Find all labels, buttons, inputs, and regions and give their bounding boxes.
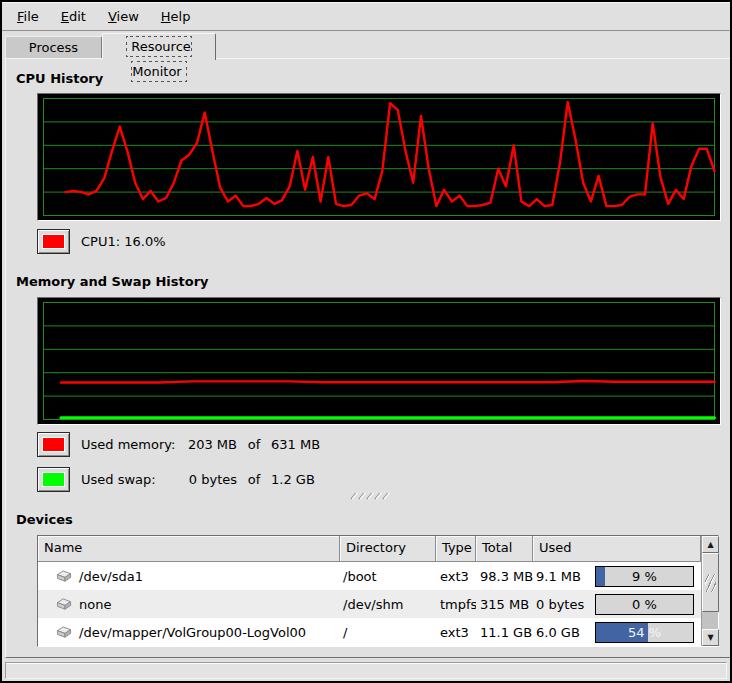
menu-help[interactable]: Help [150, 4, 202, 29]
cpu1-legend-label: CPU1: 16.0% [81, 234, 166, 250]
scrollbar-thumb[interactable] [702, 553, 719, 612]
used-memory-label: Used memory: [81, 437, 177, 453]
swap-total-value: 1.2 GB [271, 472, 315, 488]
device-directory: /dev/shm [340, 597, 436, 612]
usage-progressbar: 9 % [595, 566, 694, 587]
scroll-down-button[interactable]: ▼ [702, 629, 719, 646]
drive-icon [54, 569, 74, 584]
used-swap-legend: Used swap: 0 bytes of 1.2 GB [81, 472, 315, 488]
device-type: ext3 [436, 569, 476, 584]
table-row[interactable]: /dev/sda1 /boot ext3 98.3 MB 9.1 MB 9 % [38, 562, 718, 590]
cpu-history-title: CPU History [16, 71, 103, 86]
cpu1-color-button[interactable] [37, 229, 70, 254]
progress-percent-label: 9 % [596, 567, 693, 586]
drive-icon [54, 597, 74, 612]
thumb-grip-icon [705, 574, 716, 592]
cpu1-color-swatch [42, 234, 65, 249]
used-swap-label: Used swap: [81, 472, 177, 488]
used-swap-color-swatch [42, 472, 65, 487]
menu-edit[interactable]: Edit [50, 4, 97, 29]
device-type: tmpfs [436, 597, 476, 612]
table-row[interactable]: /dev/mapper/VolGroup00-LogVol00 / ext3 1… [38, 618, 718, 646]
drive-icon [54, 625, 74, 640]
device-name: /dev/sda1 [79, 569, 143, 584]
column-header-total[interactable]: Total [476, 536, 533, 562]
pane-resize-grip[interactable] [348, 492, 390, 500]
cpu-history-chart [38, 94, 720, 220]
column-header-used[interactable]: Used [533, 536, 701, 562]
memory-swap-graph [37, 297, 721, 425]
used-swap-color-button[interactable] [37, 467, 70, 492]
used-memory-color-swatch [42, 437, 65, 452]
down-arrow-icon: ▼ [707, 633, 713, 642]
devices-table-header: Name Directory Type Total Used [38, 536, 718, 562]
vertical-scrollbar[interactable]: ▲ ▼ [701, 536, 718, 646]
column-header-directory[interactable]: Directory [340, 536, 436, 562]
devices-title: Devices [16, 512, 73, 527]
table-row[interactable]: none /dev/shm tmpfs 315 MB 0 bytes 0 % [38, 590, 718, 618]
menu-file[interactable]: File [6, 4, 50, 29]
device-directory: /boot [340, 569, 436, 584]
device-total: 315 MB [476, 597, 533, 612]
used-memory-legend: Used memory: 203 MB of 631 MB [81, 437, 320, 453]
statusbar [5, 662, 727, 679]
memory-swap-title: Memory and Swap History [16, 274, 209, 289]
used-swap-value: 0 bytes [177, 472, 237, 488]
cpu-history-graph [37, 93, 721, 221]
memory-swap-chart [38, 298, 720, 424]
device-name: /dev/mapper/VolGroup00-LogVol00 [79, 625, 306, 640]
scroll-up-button[interactable]: ▲ [702, 536, 719, 553]
usage-progressbar: 0 % [595, 594, 694, 615]
device-used: 6.0 GB [533, 625, 595, 640]
up-arrow-icon: ▲ [707, 540, 713, 549]
column-header-name[interactable]: Name [38, 536, 340, 562]
device-used: 9.1 MB [533, 569, 595, 584]
used-memory-color-button[interactable] [37, 432, 70, 457]
progress-percent-label: 0 % [596, 595, 693, 614]
column-header-type[interactable]: Type [436, 536, 476, 562]
devices-table: Name Directory Type Total Used /dev/sda1… [37, 535, 719, 647]
device-directory: / [340, 625, 436, 640]
menubar: File Edit View Help [2, 2, 730, 31]
device-total: 98.3 MB [476, 569, 533, 584]
progress-percent-label: 54 % [596, 623, 693, 642]
device-total: 11.1 GB [476, 625, 533, 640]
device-type: ext3 [436, 625, 476, 640]
system-monitor-window: File Edit View Help Process Listing Reso… [0, 0, 732, 683]
memory-total-value: 631 MB [271, 437, 320, 453]
device-used: 0 bytes [533, 597, 595, 612]
used-memory-value: 203 MB [177, 437, 237, 453]
menu-view[interactable]: View [97, 4, 150, 29]
usage-progressbar: 54 % [595, 622, 694, 643]
resource-monitor-page: CPU History CPU1: 16.0% Memory and Swap … [5, 58, 731, 658]
tab-strip: Process Listing Resource Monitor [3, 32, 729, 59]
tab-process-listing[interactable]: Process Listing [5, 36, 102, 59]
tab-resource-monitor[interactable]: Resource Monitor [102, 33, 216, 60]
device-name: none [79, 597, 111, 612]
grip-hatch-icon [348, 492, 390, 500]
